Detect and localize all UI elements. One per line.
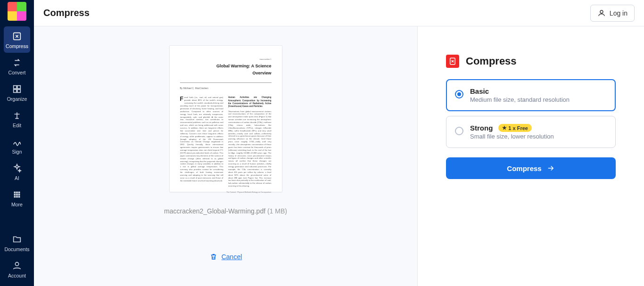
doc-author: By Michael C. MacCracken xyxy=(180,87,272,90)
sidebar-item-label: More xyxy=(11,202,23,207)
login-button[interactable]: Log in xyxy=(590,5,635,22)
login-label: Log in xyxy=(610,9,627,17)
svg-rect-12 xyxy=(16,196,18,198)
sidebar-item-account[interactable]: Account xyxy=(0,256,34,282)
compress-icon xyxy=(12,31,22,41)
sidebar-item-label: Compress xyxy=(6,43,28,49)
doc-footer: The Tutorial · Physical Methods Biology … xyxy=(180,191,272,194)
option-strong[interactable]: Strong ★ 1 x Free Small file size, lower… xyxy=(446,116,616,148)
sidebar-item-compress[interactable]: Compress xyxy=(4,26,30,53)
sidebar-item-label: Documents xyxy=(4,246,29,252)
option-list: Basic Medium file size, standard resolut… xyxy=(446,79,616,148)
svg-point-15 xyxy=(600,10,603,13)
doc-title: Global Warming: A Science xyxy=(180,63,272,69)
doc-separator xyxy=(180,82,272,83)
svg-rect-1 xyxy=(14,86,17,89)
svg-rect-6 xyxy=(16,192,18,194)
compress-tool-icon xyxy=(446,55,459,68)
sidebar-item-label: Convert xyxy=(8,70,26,75)
svg-rect-8 xyxy=(14,194,16,196)
svg-point-14 xyxy=(15,262,18,266)
file-name: maccracken2_Global-Warming.pdf xyxy=(164,207,265,215)
options-pane: Compress Basic Medium file size, standar… xyxy=(418,26,644,286)
organize-icon xyxy=(12,84,22,94)
free-badge: ★ 1 x Free xyxy=(498,124,532,132)
radio-basic[interactable] xyxy=(455,90,463,98)
svg-rect-9 xyxy=(16,194,18,196)
sidebar-item-label: Sign xyxy=(12,149,22,155)
main: Compress Log in maccracken 1 Global Warm… xyxy=(34,0,644,286)
sidebar-item-label: Organize xyxy=(7,96,27,102)
svg-rect-3 xyxy=(14,90,17,92)
svg-rect-11 xyxy=(14,196,16,198)
svg-rect-10 xyxy=(18,194,20,196)
sidebar-item-label: AI xyxy=(15,175,19,181)
convert-icon xyxy=(12,57,22,68)
svg-rect-2 xyxy=(17,86,20,89)
compress-action-button[interactable]: Compress xyxy=(446,157,616,179)
doc-columns: Fossil fuels (i.e., coal, oil, and natur… xyxy=(180,96,272,188)
sidebar-item-ai[interactable]: AI xyxy=(0,158,34,185)
sidebar-item-organize[interactable]: Organize xyxy=(0,79,34,106)
doc-col-right: Human Activities are Changing Atmospheri… xyxy=(228,96,272,188)
doc-subtitle: Overview xyxy=(180,70,272,76)
doc-running-head: maccracken 1 xyxy=(180,58,272,60)
account-icon xyxy=(12,261,22,271)
sidebar-item-convert[interactable]: Convert xyxy=(0,53,34,79)
cancel-button[interactable]: Cancel xyxy=(209,253,242,261)
sidebar-nav-bottom: Documents Account xyxy=(0,229,34,282)
svg-rect-5 xyxy=(14,192,16,194)
sidebar-item-documents[interactable]: Documents xyxy=(0,229,34,256)
content: maccracken 1 Global Warming: A Science O… xyxy=(34,26,644,286)
header: Compress Log in xyxy=(34,0,644,26)
file-size: (1 MB) xyxy=(267,207,287,215)
cancel-label: Cancel xyxy=(222,253,242,261)
ai-icon xyxy=(12,163,22,173)
page-title: Compress xyxy=(43,8,90,18)
sidebar-nav: Compress Convert Organize Edit Sign AI xyxy=(0,26,34,211)
option-desc: Small file size, lower resolution xyxy=(470,133,607,140)
more-icon xyxy=(12,189,22,200)
user-icon xyxy=(597,9,606,17)
sidebar: Compress Convert Organize Edit Sign AI xyxy=(0,0,34,286)
document-preview: maccracken 1 Global Warming: A Science O… xyxy=(169,45,282,192)
svg-rect-13 xyxy=(18,196,20,198)
arrow-right-icon xyxy=(546,164,555,172)
option-label: Strong xyxy=(470,124,493,132)
action-label: Compress xyxy=(507,164,541,172)
sidebar-item-sign[interactable]: Sign xyxy=(0,132,34,158)
app-logo[interactable] xyxy=(8,2,26,21)
options-header: Compress xyxy=(446,55,616,68)
preview-pane: maccracken 1 Global Warming: A Science O… xyxy=(34,26,418,286)
edit-icon xyxy=(12,110,22,121)
svg-rect-4 xyxy=(17,90,20,92)
option-desc: Medium file size, standard resolution xyxy=(470,96,607,103)
doc-col-left: Fossil fuels (i.e., coal, oil, and natur… xyxy=(180,96,223,188)
options-title: Compress xyxy=(466,55,517,67)
file-meta: maccracken2_Global-Warming.pdf (1 MB) xyxy=(164,207,287,215)
option-label: Basic xyxy=(470,87,489,95)
radio-strong[interactable] xyxy=(455,127,463,135)
sidebar-item-label: Edit xyxy=(13,123,21,128)
documents-icon xyxy=(12,234,22,245)
svg-rect-7 xyxy=(18,192,20,194)
sidebar-item-label: Account xyxy=(8,273,26,278)
sign-icon xyxy=(12,137,22,147)
sidebar-item-edit[interactable]: Edit xyxy=(0,106,34,132)
sidebar-item-more[interactable]: More xyxy=(0,185,34,211)
option-basic[interactable]: Basic Medium file size, standard resolut… xyxy=(446,79,616,111)
trash-icon xyxy=(209,253,218,261)
